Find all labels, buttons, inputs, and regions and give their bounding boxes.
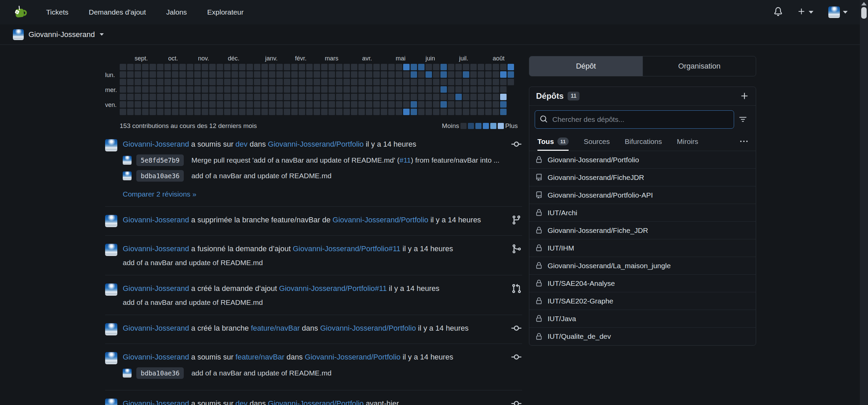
heatmap-cell[interactable] [299, 109, 305, 115]
repo-row[interactable]: Giovanni-Josserand/Portfolio-API [529, 186, 756, 204]
heatmap-cell[interactable] [426, 64, 432, 70]
heatmap-cell[interactable] [463, 101, 469, 108]
heatmap-cell[interactable] [329, 64, 335, 70]
heatmap-cell[interactable] [202, 64, 208, 70]
avatar[interactable] [105, 283, 117, 296]
heatmap-cell[interactable] [232, 79, 238, 85]
tab-organisation[interactable]: Organisation [643, 56, 756, 76]
heatmap-cell[interactable] [500, 79, 507, 85]
heatmap-cell[interactable] [366, 109, 372, 115]
heatmap-cell[interactable] [179, 86, 186, 93]
tab-dépôt[interactable]: Dépôt [529, 56, 643, 76]
heatmap-cell[interactable] [209, 109, 216, 115]
heatmap-cell[interactable] [187, 94, 193, 100]
heatmap-cell[interactable] [306, 64, 313, 70]
heatmap-cell[interactable] [187, 64, 193, 70]
heatmap-cell[interactable] [440, 79, 447, 85]
heatmap-cell[interactable] [440, 86, 447, 93]
heatmap-cell[interactable] [120, 101, 126, 108]
heatmap-cell[interactable] [448, 101, 454, 108]
heatmap-cell[interactable] [306, 94, 313, 100]
heatmap-cell[interactable] [135, 101, 141, 108]
heatmap-cell[interactable] [187, 71, 193, 78]
heatmap-cell[interactable] [172, 94, 178, 100]
notifications-button[interactable] [774, 7, 783, 17]
feed-link[interactable]: Giovanni-Josserand [123, 244, 189, 253]
heatmap-cell[interactable] [373, 71, 380, 78]
heatmap-cell[interactable] [388, 79, 395, 85]
heatmap-cell[interactable] [276, 94, 283, 100]
feed-link[interactable]: Giovanni-Josserand/Portfolio [268, 140, 363, 148]
heatmap-cell[interactable] [239, 79, 245, 85]
heatmap-cell[interactable] [246, 94, 253, 100]
heatmap-cell[interactable] [358, 101, 365, 108]
heatmap-cell[interactable] [500, 109, 507, 115]
feed-link[interactable]: Giovanni-Josserand/Portfolio [268, 399, 363, 405]
heatmap-cell[interactable] [500, 64, 507, 70]
heatmap-cell[interactable] [239, 71, 245, 78]
heatmap-cell[interactable] [179, 101, 186, 108]
heatmap-cell[interactable] [150, 109, 156, 115]
heatmap-cell[interactable] [403, 71, 410, 78]
heatmap-cell[interactable] [366, 94, 372, 100]
heatmap-cell[interactable] [321, 79, 328, 85]
heatmap-cell[interactable] [246, 64, 253, 70]
heatmap-cell[interactable] [157, 86, 163, 93]
heatmap-cell[interactable] [194, 71, 201, 78]
heatmap-cell[interactable] [373, 109, 380, 115]
heatmap-cell[interactable] [508, 71, 514, 78]
heatmap-cell[interactable] [388, 71, 395, 78]
repo-row[interactable]: IUT/SAE202-Graphe [529, 292, 756, 310]
heatmap-cell[interactable] [426, 79, 432, 85]
repo-name-link[interactable]: Giovanni-Josserand/Fiche_JDR [548, 226, 648, 235]
heatmap-cell[interactable] [254, 101, 260, 108]
heatmap-cell[interactable] [217, 101, 223, 108]
heatmap-cell[interactable] [172, 64, 178, 70]
heatmap-cell[interactable] [321, 101, 328, 108]
heatmap-cell[interactable] [291, 64, 298, 70]
heatmap-cell[interactable] [478, 79, 484, 85]
heatmap-cell[interactable] [358, 79, 365, 85]
commit-hash-badge[interactable]: bdba10ae36 [136, 170, 184, 182]
heatmap-cell[interactable] [232, 109, 238, 115]
heatmap-cell[interactable] [187, 109, 193, 115]
repo-row[interactable]: IUT/IHM [529, 239, 756, 257]
heatmap-cell[interactable] [164, 101, 171, 108]
repo-filter-tous[interactable]: Tous11 [537, 132, 569, 151]
heatmap-cell[interactable] [366, 71, 372, 78]
heatmap-cell[interactable] [418, 94, 425, 100]
heatmap-cell[interactable] [411, 109, 417, 115]
heatmap-cell[interactable] [209, 71, 216, 78]
heatmap-cell[interactable] [172, 79, 178, 85]
heatmap-cell[interactable] [179, 94, 186, 100]
heatmap-cell[interactable] [164, 94, 171, 100]
heatmap-cell[interactable] [500, 101, 507, 108]
heatmap-cell[interactable] [321, 109, 328, 115]
commit-hash-badge[interactable]: bdba10ae36 [136, 367, 184, 379]
repo-row[interactable]: IUT/Qualite_de_dev [529, 328, 756, 345]
heatmap-cell[interactable] [217, 79, 223, 85]
heatmap-cell[interactable] [314, 79, 320, 85]
heatmap-cell[interactable] [396, 101, 402, 108]
heatmap-cell[interactable] [269, 64, 275, 70]
heatmap-cell[interactable] [157, 94, 163, 100]
repo-name-link[interactable]: IUT/Java [548, 315, 576, 323]
heatmap-cell[interactable] [217, 71, 223, 78]
heatmap-cell[interactable] [411, 86, 417, 93]
heatmap-cell[interactable] [194, 109, 201, 115]
avatar[interactable] [105, 399, 117, 405]
heatmap-cell[interactable] [276, 109, 283, 115]
heatmap-cell[interactable] [254, 79, 260, 85]
heatmap-cell[interactable] [388, 86, 395, 93]
feed-link[interactable]: Giovanni-Josserand [123, 284, 189, 293]
heatmap-cell[interactable] [284, 86, 290, 93]
heatmap-cell[interactable] [239, 64, 245, 70]
heatmap-cell[interactable] [254, 64, 260, 70]
avatar[interactable] [105, 139, 117, 151]
repo-name-link[interactable]: IUT/SAE204-Analyse [548, 279, 615, 288]
heatmap-cell[interactable] [433, 86, 439, 93]
heatmap-cell[interactable] [470, 86, 477, 93]
heatmap-cell[interactable] [418, 86, 425, 93]
heatmap-cell[interactable] [433, 94, 439, 100]
chevron-down-icon[interactable] [100, 33, 104, 36]
